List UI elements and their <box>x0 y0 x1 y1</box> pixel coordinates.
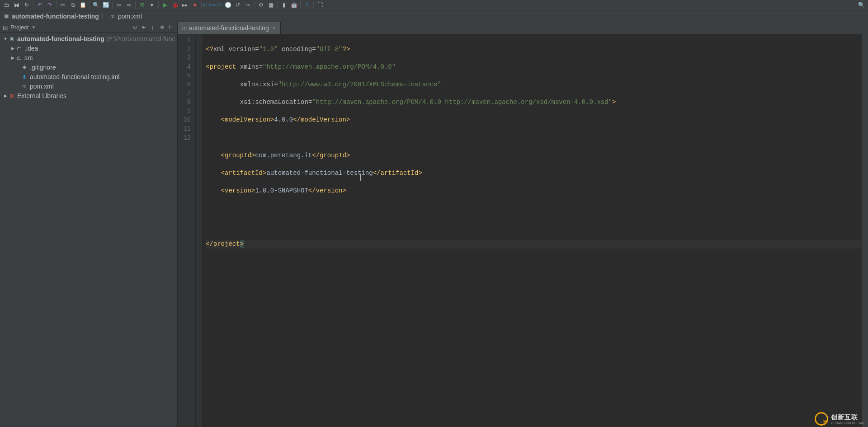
project-panel-header: ▤ Project ▼ ⊙ ⇤ | ✥ ⊢ <box>0 22 177 33</box>
vcs-push-icon[interactable]: ↪ <box>243 1 252 9</box>
maven-file-icon: m <box>21 83 28 90</box>
project-view-icon: ▤ <box>3 24 8 31</box>
coverage-icon[interactable]: ▸▸ <box>180 1 189 9</box>
tree-root[interactable]: ▼ ▣ automated-functional-testing (E:\Per… <box>0 34 177 43</box>
project-tree: ▼ ▣ automated-functional-testing (E:\Per… <box>0 33 177 427</box>
line-number: 4 <box>178 63 195 72</box>
tree-item[interactable]: ▶ 🗀 .idea <box>0 43 177 53</box>
tree-item[interactable]: ◆ .gitignore <box>0 62 177 72</box>
settings-icon[interactable]: ⚙ <box>256 1 265 9</box>
cut-icon[interactable]: ✂ <box>58 1 67 9</box>
folder-icon: ▣ <box>3 13 10 20</box>
code-editor[interactable]: <?xml version="1.0" encoding="UTF-8"?> <… <box>202 34 862 427</box>
dropdown-icon[interactable]: ▼ <box>31 25 36 30</box>
line-number: 9 <box>178 107 195 116</box>
tree-item-label: .idea <box>24 45 38 52</box>
scroll-from-source-icon[interactable]: ⊙ <box>131 24 138 31</box>
debug-icon[interactable]: 🐞 <box>170 1 179 9</box>
stop-icon[interactable]: ■ <box>190 1 199 9</box>
misc-icon[interactable]: ⛶ <box>316 1 325 9</box>
editor-tab-pom[interactable]: m automated-functional-testing × <box>178 22 281 34</box>
panel-settings-icon[interactable]: ✥ <box>158 24 165 31</box>
line-number: 5 <box>178 71 195 80</box>
back-icon[interactable]: ⇦ <box>114 1 123 9</box>
sdk-icon[interactable]: ▮ <box>279 1 288 9</box>
run-config-icon[interactable]: ▾ <box>147 1 156 9</box>
watermark-text: 创新互联 <box>831 413 858 421</box>
breadcrumb-file[interactable]: m pom.xml <box>109 13 142 20</box>
breadcrumb-separator: 〉 <box>101 12 107 20</box>
toolbar-separator <box>313 1 314 9</box>
tree-item-label: .gitignore <box>30 64 56 71</box>
twisty-collapsed-icon[interactable]: ▶ <box>3 94 8 98</box>
breadcrumb: ▣ automated-functional-testing 〉 m pom.x… <box>0 10 868 22</box>
copy-icon[interactable]: ⧉ <box>68 1 77 9</box>
maven-file-icon: m <box>182 25 187 31</box>
toolbar-separator <box>158 1 159 9</box>
vcs-history-icon[interactable]: 🕓 <box>223 1 232 9</box>
iml-file-icon: ▮ <box>21 73 28 80</box>
toolbar-separator <box>135 1 136 9</box>
watermark-circle-icon <box>815 412 828 426</box>
vcs-commit-icon[interactable]: VCS↑ <box>213 1 222 9</box>
twisty-collapsed-icon[interactable]: ▶ <box>10 46 15 51</box>
line-number: 10 <box>178 116 195 125</box>
breadcrumb-project-label: automated-functional-testing <box>12 13 99 20</box>
tree-external-libs[interactable]: ▶ ▥ External Libraries <box>0 91 177 100</box>
toolbar-separator <box>300 1 301 9</box>
sync-icon[interactable]: ↻ <box>22 1 31 9</box>
toolbar-separator <box>254 1 255 9</box>
vcs-update-icon[interactable]: VCS↓ <box>203 1 212 9</box>
search-everywhere-icon[interactable]: 🔍 <box>857 1 866 9</box>
twisty-expanded-icon[interactable]: ▼ <box>3 37 8 41</box>
watermark-subtext: CHUANG XIN HU LIAN <box>831 422 864 425</box>
panel-separator-icon: | <box>149 24 156 31</box>
avd-icon[interactable]: 🤖 <box>289 1 298 9</box>
editor-tab-label: automated-functional-testing <box>189 24 269 32</box>
tree-item[interactable]: m pom.xml <box>0 81 177 91</box>
maven-file-icon: m <box>109 13 116 20</box>
line-number: 1 <box>178 36 195 45</box>
tree-item-label: pom.xml <box>30 83 54 90</box>
vcs-revert-icon[interactable]: ↺ <box>233 1 242 9</box>
collapse-all-icon[interactable]: ⇤ <box>140 24 147 31</box>
open-icon[interactable]: 🗀 <box>2 1 11 9</box>
forward-icon[interactable]: ⇨ <box>124 1 133 9</box>
toolbar-separator <box>33 1 33 9</box>
run-icon[interactable]: ▶ <box>160 1 170 9</box>
toolbar-separator <box>112 1 113 9</box>
editor-gutter: 1 2 3 4 5 6 7 8 9 10 11 12 <box>178 34 196 427</box>
close-tab-icon[interactable]: × <box>273 25 276 31</box>
project-structure-icon[interactable]: ▦ <box>266 1 275 9</box>
find-icon[interactable]: 🔍 <box>91 1 100 9</box>
project-panel-title[interactable]: Project <box>10 24 28 31</box>
tree-item-label: automated-functional-testing.iml <box>30 73 119 80</box>
toolbar: 🗀 🖬 ↻ ↶ ↷ ✂ ⧉ 📋 🔍 🔄 ⇦ ⇨ ⚒ ▾ ▶ 🐞 ▸▸ ■ VCS… <box>0 0 868 10</box>
toolbar-separator <box>277 1 278 9</box>
help-icon[interactable]: ? <box>302 1 311 9</box>
tree-item[interactable]: ▮ automated-functional-testing.iml <box>0 72 177 81</box>
folder-icon: 🗀 <box>15 54 23 61</box>
toolbar-separator <box>89 1 90 9</box>
line-number: 6 <box>178 80 195 89</box>
twisty-collapsed-icon[interactable]: ▶ <box>10 56 15 60</box>
tree-external-libs-label: External Libraries <box>17 92 66 99</box>
redo-icon[interactable]: ↷ <box>45 1 54 9</box>
save-icon[interactable]: 🖬 <box>12 1 21 9</box>
gitignore-file-icon: ◆ <box>21 64 28 71</box>
undo-icon[interactable]: ↶ <box>35 1 44 9</box>
build-icon[interactable]: ⚒ <box>137 1 146 9</box>
tree-item[interactable]: ▶ 🗀 src <box>0 53 177 62</box>
line-number: 11 <box>178 125 195 134</box>
tree-item-label: src <box>24 54 33 61</box>
text-cursor-icon <box>360 174 361 181</box>
line-number: 7 <box>178 89 195 99</box>
tree-root-label: automated-functional-testing <box>17 35 104 42</box>
tree-root-path: (E:\Pere\automated-func <box>106 35 175 42</box>
editor-error-strip[interactable] <box>862 34 868 427</box>
replace-icon[interactable]: 🔄 <box>101 1 110 9</box>
breadcrumb-project[interactable]: ▣ automated-functional-testing <box>3 13 99 20</box>
line-number: 8 <box>178 98 195 107</box>
paste-icon[interactable]: 📋 <box>78 1 87 9</box>
hide-panel-icon[interactable]: ⊢ <box>167 24 175 31</box>
